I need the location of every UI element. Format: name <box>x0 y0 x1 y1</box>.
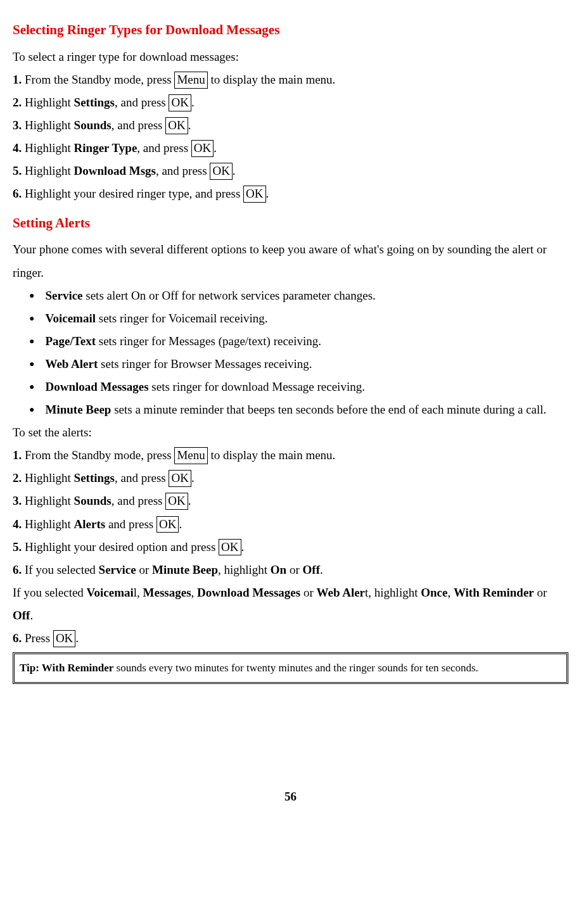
step-1: 1. From the Standby mode, press Menu to … <box>13 68 568 91</box>
tip-box: Tip: With Reminder sounds every two minu… <box>13 652 568 684</box>
tip-text: sounds every two minutes for twenty minu… <box>113 662 478 674</box>
step-number: 2. <box>13 471 22 484</box>
period: . <box>30 609 33 622</box>
text: If you selected <box>13 586 87 599</box>
bold-term: Sounds <box>74 494 112 507</box>
bold-term: Off <box>303 563 320 576</box>
step-number: 4. <box>13 141 22 155</box>
step-text: , and press <box>115 96 169 109</box>
item-text: sets a minute reminder that beeps ten se… <box>111 403 546 416</box>
step-text: From the Standby mode, press <box>25 448 174 462</box>
text: t, highlight <box>365 586 421 599</box>
step-text: , and press <box>137 141 191 155</box>
list-item: Service sets alert On or Off for network… <box>13 284 568 307</box>
section-heading-ringer-types: Selecting Ringer Types for Download Mess… <box>13 18 568 43</box>
period: . <box>188 118 191 132</box>
intro-paragraph: To select a ringer type for download mes… <box>13 46 568 68</box>
bold-term: Download Msgs <box>74 164 156 177</box>
item-text: sets ringer for Messages (page/text) rec… <box>96 334 321 348</box>
step-number: 5. <box>13 164 22 177</box>
bullet-list: Service sets alert On or Off for network… <box>13 284 568 422</box>
bold-term: Ringer Type <box>74 141 137 155</box>
step-number: 3. <box>13 118 22 132</box>
step-text: , and press <box>156 164 210 177</box>
bold-term: With Reminder <box>454 586 534 599</box>
bold-term: Minute Beep <box>45 403 111 416</box>
step-text: Highlight <box>25 118 74 132</box>
item-text: sets ringer for Voicemail receiving. <box>96 312 268 325</box>
item-text: sets ringer for download Message receivi… <box>149 380 365 393</box>
step-text: Press <box>25 631 53 645</box>
bold-term: Messages <box>143 586 191 599</box>
item-text: sets ringer for Browser Messages receivi… <box>98 357 312 370</box>
step-number: 6. <box>13 187 22 200</box>
period: . <box>191 471 195 484</box>
list-item: Page/Text sets ringer for Messages (page… <box>13 330 568 353</box>
step-text: Highlight your desired ringer type, and … <box>25 187 243 200</box>
period: . <box>188 494 191 507</box>
menu-key: Menu <box>174 447 207 464</box>
bold-term: Service <box>99 563 136 576</box>
ok-key: OK <box>53 630 75 647</box>
text: or <box>300 586 316 599</box>
step-text: , and press <box>112 494 165 507</box>
bold-term: Page/Text <box>45 334 96 348</box>
step-text: or <box>286 563 302 576</box>
step-text: If you selected <box>25 563 99 576</box>
text: , <box>447 586 454 599</box>
ok-key: OK <box>219 539 241 556</box>
menu-key: Menu <box>174 72 207 89</box>
bold-term: Alerts <box>74 517 106 531</box>
page-number: 56 <box>13 785 568 808</box>
step-text: From the Standby mode, press <box>25 73 174 86</box>
bold-term: On <box>271 563 286 576</box>
step-number: 4. <box>13 517 22 531</box>
step-3: 3. Highlight Sounds, and press OK. <box>13 114 568 137</box>
step-number: 1. <box>13 73 22 86</box>
bold-term: Service <box>45 289 82 302</box>
text: l, <box>134 586 143 599</box>
bold-term: Download Messages <box>45 380 148 393</box>
step-number: 6. <box>13 631 22 645</box>
step-1: 1. From the Standby mode, press Menu to … <box>13 444 568 467</box>
bold-term: Voicemai <box>87 586 134 599</box>
bold-term: Settings <box>74 471 115 484</box>
ok-key: OK <box>165 493 188 510</box>
ok-key: OK <box>156 516 179 533</box>
list-item: Voicemail sets ringer for Voicemail rece… <box>13 307 568 330</box>
step-5: 5. Highlight your desired option and pre… <box>13 536 568 559</box>
period: . <box>241 540 245 554</box>
list-item: Web Alert sets ringer for Browser Messag… <box>13 353 568 376</box>
ok-key: OK <box>165 117 188 134</box>
step-5: 5. Highlight Download Msgs, and press OK… <box>13 160 568 182</box>
step-text: , and press <box>115 471 169 484</box>
period: . <box>320 563 323 576</box>
period: . <box>266 187 269 200</box>
step-6-press: 6. Press OK. <box>13 627 568 650</box>
step-6: 6. Highlight your desired ringer type, a… <box>13 182 568 205</box>
text: or <box>534 586 547 599</box>
item-text: sets alert On or Off for network service… <box>83 289 376 302</box>
conditional-paragraph: If you selected Voicemail, Messages, Dow… <box>13 581 568 627</box>
period: . <box>191 96 195 109</box>
ok-key: OK <box>169 470 191 487</box>
ok-key: OK <box>169 94 191 111</box>
text: , <box>191 586 198 599</box>
step-text: to display the main menu. <box>208 448 336 462</box>
step-text: or <box>136 563 152 576</box>
step-text: Highlight <box>25 141 74 155</box>
list-item: Minute Beep sets a minute reminder that … <box>13 398 568 421</box>
step-number: 2. <box>13 96 22 109</box>
step-text: and press <box>105 517 156 531</box>
step-text: Highlight <box>25 494 74 507</box>
step-text: to display the main menu. <box>208 73 336 86</box>
bold-term: Minute Beep <box>152 563 218 576</box>
step-4: 4. Highlight Ringer Type, and press OK. <box>13 137 568 160</box>
step-text: Highlight <box>25 517 74 531</box>
period: . <box>214 141 217 155</box>
step-number: 3. <box>13 494 22 507</box>
step-2: 2. Highlight Settings, and press OK. <box>13 91 568 114</box>
step-text: Highlight <box>25 164 74 177</box>
bold-term: Web Alert <box>45 357 98 370</box>
bold-term: Off <box>13 609 30 622</box>
